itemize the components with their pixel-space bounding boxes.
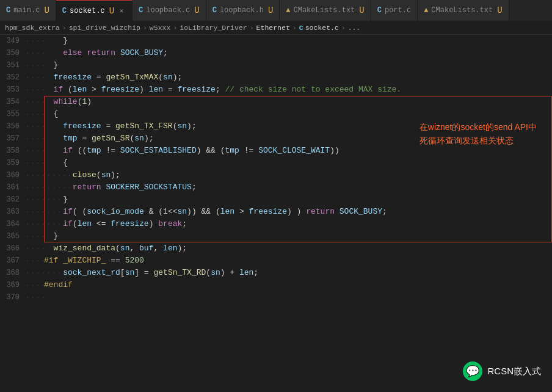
tab-cmakelists2[interactable]: ▲ CMakeLists.txt U xyxy=(418,0,509,21)
line-dots: ···· xyxy=(26,230,44,242)
line-number: 349 xyxy=(0,35,26,47)
line-number: 369 xyxy=(0,279,26,291)
breadcrumb-sep: › xyxy=(62,24,67,32)
c-icon: C xyxy=(62,7,67,15)
line-number: 365 xyxy=(0,230,26,242)
line-number: 364 xyxy=(0,218,26,230)
line-content: wiz_send_data(sn, buf, len); xyxy=(44,242,552,255)
line-number: 368 xyxy=(0,267,26,279)
line-dots: ············ xyxy=(26,169,44,181)
tab-loopback-h[interactable]: C loopback.h U xyxy=(206,0,280,21)
line-number: 355 xyxy=(0,108,26,120)
code-line: 351 ···· } xyxy=(0,59,552,71)
line-content: } xyxy=(44,194,552,206)
tab-main-c[interactable]: C main.c U xyxy=(0,0,56,21)
tab-socket-c[interactable]: C socket.c U ✕ xyxy=(56,0,133,21)
line-content: tmp = getSn_SR(sn); xyxy=(44,132,552,145)
line-dots: ········ xyxy=(26,267,44,279)
line-content: if(len <= freesize) break; xyxy=(44,218,552,230)
modified-dot: U xyxy=(497,5,502,15)
line-dots: ···· xyxy=(26,35,44,47)
line-dots: ···· xyxy=(26,279,44,291)
modified-dot: U xyxy=(109,6,114,16)
code-line: 360 ············ close(sn); xyxy=(0,169,552,181)
breadcrumb-sep: › xyxy=(341,24,346,32)
line-dots: ···· xyxy=(26,108,44,120)
line-content: } xyxy=(44,59,552,71)
line-dots: ···· xyxy=(26,47,44,59)
line-content: #endif xyxy=(44,279,552,291)
line-dots: ········ xyxy=(26,218,44,230)
line-number: 359 xyxy=(0,157,26,169)
line-content: sock_next_rd[sn] = getSn_TX_RD(sn) + len… xyxy=(44,267,552,279)
watermark: 💬 RCSN嵌入式 xyxy=(463,361,541,381)
code-line: 349 ···· } xyxy=(0,35,552,47)
line-number: 352 xyxy=(0,71,26,84)
line-content: } xyxy=(44,230,552,242)
line-dots: ···· xyxy=(26,59,44,71)
line-number: 367 xyxy=(0,255,26,267)
line-content: if ((tmp != SOCK_ESTABLISHED) && (tmp !=… xyxy=(44,145,552,157)
breadcrumb-part: ioLibrary_Driver xyxy=(180,24,247,32)
line-content: if( (sock_io_mode & (1<<sn)) && (len > f… xyxy=(44,206,552,218)
line-dots: ···· xyxy=(26,242,44,255)
line-number: 358 xyxy=(0,145,26,157)
tab-loopback-c[interactable]: C loopback.c U xyxy=(133,0,206,21)
breadcrumb-sep: › xyxy=(173,24,177,32)
code-line: 364 ········ if(len <= freesize) break; xyxy=(0,218,552,230)
line-content: else return SOCK_BUSY; xyxy=(44,47,552,59)
tab-close-button[interactable]: ✕ xyxy=(117,7,126,15)
line-dots: ···· xyxy=(26,120,44,132)
breadcrumb-sep: › xyxy=(292,24,297,32)
line-number: 353 xyxy=(0,84,26,96)
modified-dot: U xyxy=(359,5,364,15)
modified-dot: U xyxy=(44,5,49,15)
breadcrumb-sep: › xyxy=(143,24,147,32)
code-line: 357 ···· tmp = getSn_SR(sn); xyxy=(0,132,552,145)
line-dots: ···· xyxy=(26,145,44,157)
breadcrumb-part: w5xxx xyxy=(150,24,171,32)
line-dots: ···· xyxy=(26,132,44,145)
tab-label: loopback.c xyxy=(146,6,190,15)
breadcrumb: hpm_sdk_extra › spi_drive_wizchip › w5xx… xyxy=(0,21,552,35)
code-line: 368 ········ sock_next_rd[sn] = getSn_TX… xyxy=(0,267,552,279)
line-dots: ···· xyxy=(26,157,44,169)
code-line: 354 ···· while(1) xyxy=(0,96,552,108)
breadcrumb-part: hpm_sdk_extra xyxy=(5,24,60,32)
line-number: 350 xyxy=(0,47,26,59)
line-number: 360 xyxy=(0,169,26,181)
c-icon: C xyxy=(212,6,217,15)
cmake-icon: ▲ xyxy=(286,6,290,15)
tab-label: socket.c xyxy=(70,7,105,15)
breadcrumb-part: Ethernet xyxy=(256,24,290,32)
code-line: 362 ········ } xyxy=(0,194,552,206)
watermark-text: RCSN嵌入式 xyxy=(487,366,541,377)
code-line: 365 ···· } xyxy=(0,230,552,242)
line-number: 363 xyxy=(0,206,26,218)
code-line: 366 ···· wiz_send_data(sn, buf, len); xyxy=(0,242,552,255)
code-area: 349 ···· } 350 ···· else return SOCK_BUS… xyxy=(0,35,552,392)
while-block: 在wiznet的socket的send API中 死循环查询发送相关状态 354… xyxy=(0,96,552,242)
modified-dot: U xyxy=(268,5,273,15)
line-number: 356 xyxy=(0,120,26,132)
c-icon: C xyxy=(6,6,10,15)
code-line: 352 ···· freesize = getSn_TxMAX(sn); xyxy=(0,71,552,84)
line-dots: ········ xyxy=(26,194,44,206)
code-line: 359 ···· { xyxy=(0,157,552,169)
tab-cmakelists1[interactable]: ▲ CMakeLists.txt U xyxy=(280,0,371,21)
c-icon: C xyxy=(377,6,382,15)
line-content: while(1) xyxy=(44,96,552,108)
line-dots: ···· xyxy=(26,84,44,96)
tab-label: CMakeLists.txt xyxy=(431,6,493,15)
line-content: } xyxy=(44,35,552,47)
code-line: 355 ···· { xyxy=(0,108,552,120)
tab-label: CMakeLists.txt xyxy=(294,6,355,15)
line-number: 357 xyxy=(0,132,26,145)
line-dots: ········ xyxy=(26,206,44,218)
line-dots: ···· xyxy=(26,71,44,84)
line-content: { xyxy=(44,157,552,169)
line-number: 354 xyxy=(0,96,26,108)
line-content: if (len > freesize) len = freesize; // c… xyxy=(44,84,552,96)
line-content: close(sn); xyxy=(44,169,552,181)
tab-port-c[interactable]: C port.c xyxy=(371,0,418,21)
